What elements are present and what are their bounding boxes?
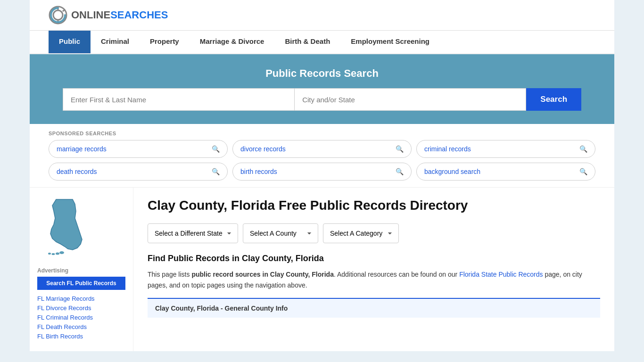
svg-point-7 (52, 253, 55, 255)
nav-item-employment[interactable]: Employment Screening (340, 31, 440, 53)
search-icon-divorce: 🔍 (396, 145, 404, 153)
sponsored-item-birth[interactable]: birth records 🔍 (232, 163, 412, 181)
logo-icon (49, 6, 67, 25)
header: ONLINESEARCHES (30, 0, 614, 31)
location-input[interactable] (294, 88, 526, 111)
sponsored-item-death[interactable]: death records 🔍 (49, 163, 228, 181)
search-icon-marriage: 🔍 (212, 145, 220, 153)
search-row: Search (63, 88, 581, 111)
sponsored-grid: marriage records 🔍 divorce records 🔍 cri… (49, 140, 595, 181)
nav-item-birth-death[interactable]: Birth & Death (274, 31, 340, 53)
logo-text: ONLINESEARCHES (71, 9, 168, 21)
sponsored-item-criminal[interactable]: criminal records 🔍 (416, 140, 595, 158)
nav-item-public[interactable]: Public (49, 31, 91, 53)
logo: ONLINESEARCHES (49, 6, 168, 25)
nav-item-criminal[interactable]: Criminal (91, 31, 140, 53)
sidebar-link-divorce[interactable]: FL Divorce Records (37, 304, 125, 312)
category-dropdown[interactable]: Select A Category (323, 223, 399, 243)
sponsored-label-divorce: divorce records (240, 145, 286, 153)
page-title: Clay County, Florida Free Public Records… (148, 197, 600, 214)
search-banner: Public Records Search Search (30, 54, 614, 124)
sponsored-label: SPONSORED SEARCHES (49, 131, 595, 136)
sponsored-label-birth: birth records (240, 168, 277, 175)
find-records-title: Find Public Records in Clay County, Flor… (148, 254, 600, 263)
sidebar: Advertising Search FL Public Records FL … (30, 188, 133, 351)
sponsored-label-background: background search (424, 168, 480, 175)
sponsored-label-marriage: marriage records (57, 145, 107, 153)
search-button[interactable]: Search (526, 88, 581, 111)
sponsored-section: SPONSORED SEARCHES marriage records 🔍 di… (30, 124, 614, 188)
nav-item-marriage-divorce[interactable]: Marriage & Divorce (190, 31, 275, 53)
florida-map-container (37, 197, 125, 260)
sponsored-item-divorce[interactable]: divorce records 🔍 (232, 140, 412, 158)
main-nav: Public Criminal Property Marriage & Divo… (30, 31, 614, 54)
svg-point-5 (59, 251, 64, 254)
sidebar-link-criminal[interactable]: FL Criminal Records (37, 313, 125, 321)
search-icon-death: 🔍 (212, 168, 220, 175)
sidebar-link-death[interactable]: FL Death Records (37, 323, 125, 330)
sidebar-links: FL Marriage Records FL Divorce Records F… (37, 295, 125, 340)
county-dropdown[interactable]: Select A County (243, 223, 318, 243)
sponsored-label-death: death records (57, 168, 97, 175)
nav-item-property[interactable]: Property (140, 31, 190, 53)
search-banner-title: Public Records Search (49, 67, 595, 80)
ad-label: Advertising (37, 267, 125, 274)
search-icon-birth: 🔍 (396, 168, 404, 175)
svg-point-8 (48, 253, 51, 255)
sponsored-label-criminal: criminal records (424, 145, 471, 153)
sidebar-link-marriage[interactable]: FL Marriage Records (37, 295, 125, 302)
description-text: This page lists public record sources in… (148, 269, 600, 290)
florida-map-icon (37, 197, 94, 258)
search-icon-criminal: 🔍 (579, 145, 587, 153)
dropdowns-row: Select a Different State Select A County… (148, 223, 600, 243)
page-body: Advertising Search FL Public Records FL … (30, 188, 614, 351)
search-icon-background: 🔍 (579, 168, 587, 175)
svg-point-6 (56, 253, 59, 255)
sponsored-item-marriage[interactable]: marriage records 🔍 (49, 140, 228, 158)
content-area: Clay County, Florida Free Public Records… (133, 188, 614, 351)
florida-state-link[interactable]: Florida State Public Records (459, 271, 543, 278)
county-info-bar: Clay County, Florida - General County In… (148, 298, 600, 318)
name-input[interactable] (63, 88, 294, 111)
state-dropdown[interactable]: Select a Different State (148, 223, 238, 243)
sponsored-item-background[interactable]: background search 🔍 (416, 163, 595, 181)
svg-point-1 (53, 10, 63, 20)
sidebar-link-birth[interactable]: FL Birth Records (37, 332, 125, 340)
ad-button[interactable]: Search FL Public Records (37, 277, 125, 290)
